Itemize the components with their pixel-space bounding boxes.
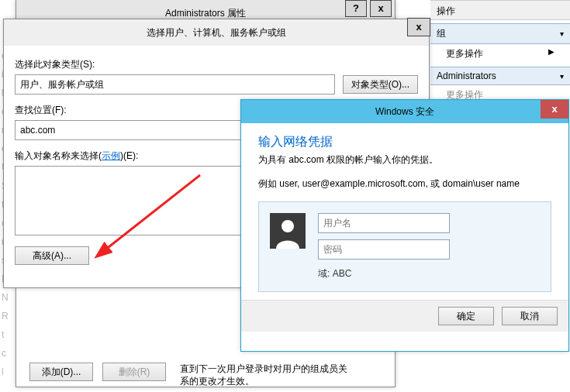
actions-more-ops[interactable]: 更多操作 ▶ <box>430 44 570 64</box>
ok-button[interactable]: 确定 <box>438 307 494 325</box>
actions-group-header[interactable]: 组 ▾ <box>430 23 570 44</box>
security-content: 输入网络凭据 为具有 abc.com 权限的帐户输入你的凭据。 例如 user,… <box>241 123 568 300</box>
object-type-field <box>15 74 335 95</box>
object-type-label: 选择此对象类型(S): <box>15 58 418 71</box>
domain-label: 域: ABC <box>318 267 450 280</box>
security-titlebar: Windows 安全 x <box>241 100 568 123</box>
caret-down-icon: ▾ <box>560 29 564 38</box>
add-button[interactable]: 添加(D)... <box>29 363 93 381</box>
actions-group-label: 组 <box>437 27 446 40</box>
security-subheading: 为具有 abc.com 权限的帐户输入你的凭据。 <box>258 153 551 167</box>
security-heading: 输入网络凭据 <box>258 134 551 150</box>
cancel-button[interactable]: 取消 <box>502 307 558 325</box>
select-titlebar: 选择用户、计算机、服务帐户或组 x <box>4 19 429 46</box>
security-title: Windows 安全 <box>375 106 434 117</box>
select-title: 选择用户、计算机、服务帐户或组 <box>147 27 286 38</box>
advanced-button[interactable]: 高级(A)... <box>15 246 89 265</box>
svg-point-2 <box>282 220 294 232</box>
windows-security-window: Windows 安全 x 输入网络凭据 为具有 abc.com 权限的帐户输入你… <box>240 99 569 352</box>
membership-note: 直到下一次用户登录时对用户的组成员关系的更改才生效。 <box>180 363 351 387</box>
examples-link[interactable]: 示例 <box>102 150 120 161</box>
caret-down-icon: ▾ <box>560 72 564 81</box>
avatar-icon <box>270 213 306 251</box>
credentials-box: 域: ABC <box>258 201 551 292</box>
close-button[interactable]: x <box>370 0 392 17</box>
object-type-button[interactable]: 对象类型(O)... <box>343 75 418 94</box>
password-field[interactable] <box>318 239 450 260</box>
chevron-right-icon: ▶ <box>548 47 554 60</box>
actions-more-label: 更多操作 <box>446 47 483 60</box>
security-footer: 确定 取消 <box>241 300 568 332</box>
actions-header: 操作 <box>430 0 570 20</box>
close-button[interactable]: x <box>541 100 568 119</box>
security-hint: 例如 user, user@example.microsoft.com, 或 d… <box>258 177 551 191</box>
help-button[interactable]: ? <box>345 0 367 17</box>
admin-bottom-row: 添加(D)... 删除(R) 直到下一次用户登录时对用户的组成员关系的更改才生效… <box>29 363 394 387</box>
actions-panel: 操作 组 ▾ 更多操作 ▶ Administrators ▾ 更多操作 <box>430 0 570 105</box>
close-button[interactable]: x <box>407 18 430 36</box>
actions-admins-label: Administrators <box>437 70 496 81</box>
username-field[interactable] <box>318 213 450 233</box>
names-label-post: )(E): <box>120 150 138 161</box>
actions-admins-header[interactable]: Administrators ▾ <box>430 67 570 85</box>
names-label-pre: 输入对象名称来选择( <box>15 150 102 161</box>
admin-title: Administrators 属性 <box>165 8 246 19</box>
remove-button: 删除(R) <box>102 363 166 381</box>
